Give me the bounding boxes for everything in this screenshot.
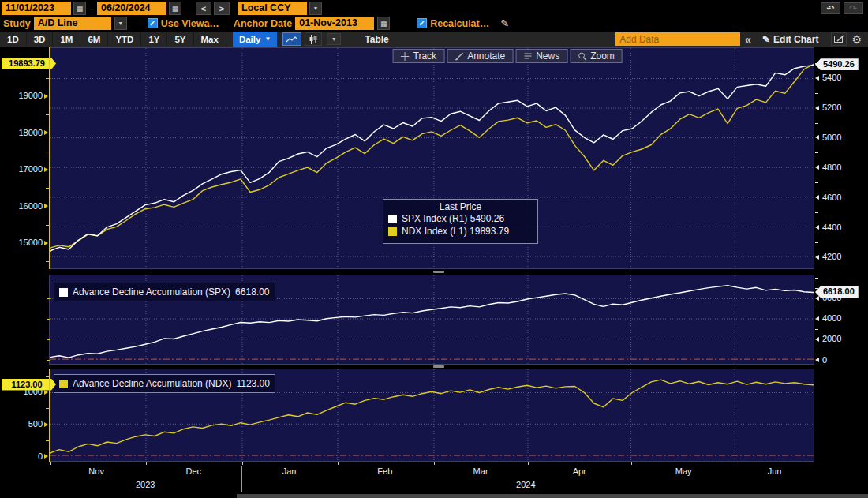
period-ytd[interactable]: YTD (108, 32, 141, 47)
axis-tick-icon (815, 255, 819, 260)
frequency-select[interactable]: Daily▼ (233, 32, 277, 47)
ad-spx-legend-value: 6618.00 (235, 286, 269, 298)
recalculate-checkbox[interactable]: ✓ (417, 18, 427, 28)
last-price-tag: 5490.26 (815, 58, 859, 70)
axis-minor-tick (815, 152, 818, 153)
axis-tick-icon (815, 316, 819, 321)
series-swatch (59, 288, 68, 297)
study-label: Study (3, 18, 31, 29)
anchor-date-field[interactable] (295, 17, 374, 30)
ad-ndx-legend: Advance Decline Accumulation (NDX) 1123.… (54, 374, 275, 393)
chart-annotate-icon[interactable] (831, 32, 847, 46)
chart-tools: Track Annotate News Zoom (393, 49, 623, 63)
period-1m[interactable]: 1M (53, 32, 80, 47)
axis-minor-tick (47, 339, 50, 340)
axis-tick-label: 4000 (822, 313, 841, 324)
axis-tick-label: 500 (0, 419, 43, 429)
axis-tick-icon (44, 167, 48, 172)
pencil-icon[interactable]: ✎ (500, 17, 509, 29)
prev-period-button[interactable]: < (196, 2, 211, 15)
track-button[interactable]: Track (393, 49, 445, 63)
table-button[interactable]: Table (354, 34, 399, 45)
month-label: May (675, 466, 692, 476)
period-1d[interactable]: 1D (0, 32, 27, 47)
axis-tick-label: 17000 (0, 164, 43, 174)
edit-chart-button[interactable]: ✎ Edit Chart (758, 33, 823, 46)
month-label: Feb (377, 466, 392, 476)
axis-tick-label: 19000 (0, 91, 43, 101)
axis-tick-label: 5000 (822, 133, 841, 143)
axis-line (49, 47, 50, 269)
axis-minor-tick (815, 93, 818, 94)
x-axis-tick (631, 462, 632, 465)
axis-tick-icon (815, 165, 819, 170)
use-viewable-checkbox[interactable]: ✓ (148, 18, 158, 28)
use-viewable-label: Use Viewa… (161, 18, 219, 29)
year-divider (241, 466, 242, 492)
last-price-tag: 1123.00 (2, 379, 56, 391)
axis-tick-icon (815, 337, 819, 342)
zoom-button[interactable]: Zoom (570, 49, 623, 63)
candlestick-chart-type-icon[interactable] (305, 32, 322, 46)
study-select[interactable] (34, 17, 111, 30)
year-label: 2023 (136, 480, 155, 489)
chevron-down-icon[interactable]: ▼ (309, 2, 322, 15)
line-chart-type-icon[interactable] (282, 32, 301, 46)
axis-tick-label: 4600 (822, 193, 841, 203)
collapse-panel-icon[interactable]: « (745, 33, 751, 46)
annotate-button[interactable]: Annotate (447, 49, 513, 63)
chevron-down-icon[interactable]: ▼ (114, 17, 127, 30)
axis-tick-icon (44, 94, 48, 99)
month-label: Jun (768, 466, 782, 476)
period-1y[interactable]: 1Y (141, 32, 167, 47)
axis-tick-label: 5400 (822, 73, 841, 83)
x-axis-tick (146, 462, 147, 465)
axis-line (814, 275, 814, 365)
period-3d[interactable]: 3D (27, 32, 54, 47)
currency-select[interactable]: Local CCY (238, 2, 307, 15)
gear-icon[interactable]: ⚙ (851, 33, 862, 46)
pencil-line-icon (455, 52, 463, 61)
end-date-field[interactable] (97, 2, 166, 15)
axis-tick-label: 4400 (822, 223, 841, 233)
axis-tick-icon (815, 76, 819, 81)
calendar-icon[interactable]: ▦ (73, 2, 86, 15)
axis-minor-tick (815, 350, 818, 350)
axis-tick-label: 15000 (0, 238, 43, 248)
period-max[interactable]: Max (194, 32, 226, 47)
undo-icon[interactable]: ↶ (821, 2, 840, 14)
next-period-button[interactable]: > (214, 2, 230, 15)
axis-tick-icon (815, 225, 819, 230)
toolbar-study-row: Study ▼ ✓ Use Viewa… Anchor Date ▦ ✓ Rec… (3, 17, 509, 30)
last-price-tag: 6618.00 (815, 286, 859, 298)
axis-line (814, 47, 814, 269)
redo-icon[interactable]: ↷ (844, 2, 863, 14)
date-range-separator: - (88, 3, 95, 14)
drag-handle[interactable] (433, 365, 444, 368)
crosshair-icon (401, 52, 410, 61)
bloomberg-chart-window: ▦ - ▦ < > Local CCY ▼ ↶ ↷ Study ▼ ✓ Use … (0, 0, 868, 498)
calendar-icon[interactable]: ▦ (169, 2, 181, 15)
axis-minor-tick (815, 242, 818, 243)
ad-ndx-legend-value: 1123.00 (236, 378, 270, 389)
month-label: Apr (573, 466, 586, 476)
horizontal-scrollbar[interactable] (237, 494, 868, 498)
period-6m[interactable]: 6M (80, 32, 108, 47)
ad-spx-legend-label: Advance Decline Accumulation (SPX) (73, 286, 230, 298)
axis-tick-label: 5200 (822, 103, 841, 113)
add-data-input[interactable] (615, 32, 740, 46)
axis-tick-label: 0 (0, 451, 43, 462)
panel-separator[interactable] (0, 269, 868, 275)
period-5y[interactable]: 5Y (167, 32, 193, 47)
drag-handle[interactable] (433, 271, 444, 273)
legend-item-label: NDX Index (L1) 19893.79 (402, 226, 509, 237)
chevron-down-icon[interactable]: ▼ (327, 33, 341, 45)
axis-tick-icon (44, 204, 48, 208)
axis-tick-icon (44, 241, 48, 245)
calendar-icon[interactable]: ▦ (377, 17, 390, 30)
start-date-field[interactable] (2, 2, 71, 15)
legend-item: SPX Index (R1) 5490.26 (383, 212, 537, 225)
news-button[interactable]: News (515, 49, 567, 63)
toolbar-date-row: ▦ - ▦ < > Local CCY ▼ (2, 2, 322, 15)
year-label: 2024 (516, 480, 535, 489)
